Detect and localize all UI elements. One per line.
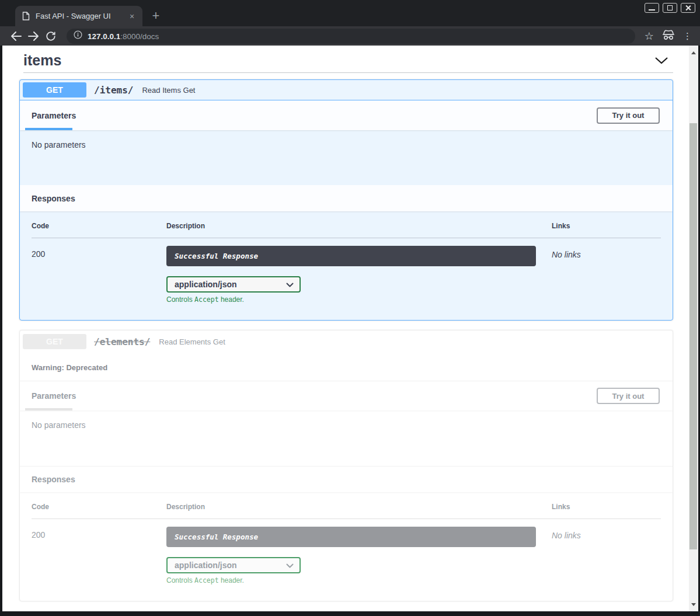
links-column-header: Links bbox=[552, 222, 661, 230]
chevron-down-icon bbox=[286, 560, 294, 570]
tab-title: Fast API - Swagger UI bbox=[36, 12, 126, 20]
browser-titlebar: Fast API - Swagger UI × + bbox=[0, 0, 700, 26]
response-links-cell: No links bbox=[552, 246, 661, 304]
endpoint-path: /elements/ bbox=[94, 336, 150, 347]
responses-table-head: Code Description Links bbox=[32, 503, 661, 519]
close-button[interactable] bbox=[681, 3, 695, 13]
description-column-header: Description bbox=[166, 222, 552, 230]
chevron-down-icon bbox=[286, 279, 294, 290]
minimize-button[interactable] bbox=[645, 3, 659, 13]
browser-tab[interactable]: Fast API - Swagger UI × bbox=[15, 6, 142, 26]
maximize-icon bbox=[667, 5, 673, 11]
parameters-header: Parameters Try it out bbox=[20, 381, 673, 410]
opblock-get-items: GET /items/ Read Items Get Parameters Tr… bbox=[19, 79, 673, 321]
response-code: 200 bbox=[32, 527, 166, 584]
media-type-select[interactable]: application/json bbox=[166, 276, 301, 293]
browser-toolbar: 127.0.0.1:8000/docs ☆ ⋮ bbox=[0, 26, 700, 46]
response-description-cell: Successful Response application/json Con… bbox=[166, 527, 552, 584]
parameters-label: Parameters bbox=[32, 111, 76, 120]
scroll-up-arrow[interactable] bbox=[689, 48, 698, 57]
responses-header: Responses bbox=[20, 185, 673, 211]
endpoint-summary[interactable]: GET /items/ Read Items Get bbox=[20, 80, 673, 100]
responses-table: Code Description Links 200 Successful Re… bbox=[20, 211, 673, 320]
response-description-box: Successful Response bbox=[166, 246, 536, 266]
code-column-header: Code bbox=[32, 503, 166, 511]
endpoint-summary-text: Read Elements Get bbox=[159, 337, 225, 346]
url-text: 127.0.0.1:8000/docs bbox=[88, 31, 159, 41]
window-frame-bottom bbox=[0, 611, 700, 616]
accept-header-hint: Controls Accept header. bbox=[166, 576, 552, 584]
new-tab-button[interactable]: + bbox=[147, 7, 165, 25]
triangle-down-icon bbox=[691, 603, 696, 606]
response-description-text: Successful Response bbox=[175, 533, 258, 541]
no-links-text: No links bbox=[552, 250, 581, 259]
tab-close-icon[interactable]: × bbox=[126, 11, 138, 22]
media-type-value: application/json bbox=[175, 280, 237, 289]
opblock-get-elements-deprecated: GET /elements/ Read Elements Get Warning… bbox=[19, 330, 673, 601]
parameters-body: No parameters bbox=[20, 410, 673, 466]
window-controls bbox=[645, 3, 695, 13]
no-parameters-text: No parameters bbox=[32, 420, 86, 430]
browser-menu-icon[interactable]: ⋮ bbox=[683, 32, 692, 40]
swagger-content: items GET /items/ Read Items Get Paramet… bbox=[2, 46, 689, 611]
incognito-icon bbox=[662, 30, 675, 43]
url-host: 127.0.0.1 bbox=[88, 32, 120, 41]
parameters-body: No parameters bbox=[20, 130, 673, 185]
browser-window: Fast API - Swagger UI × + 127.0.0.1:8000… bbox=[0, 0, 700, 616]
tag-title: items bbox=[23, 51, 61, 69]
tab-parameters[interactable]: Parameters bbox=[32, 381, 76, 410]
page-viewport: items GET /items/ Read Items Get Paramet… bbox=[2, 46, 698, 611]
try-it-out-button[interactable]: Try it out bbox=[597, 388, 660, 404]
method-badge: GET bbox=[23, 82, 86, 98]
response-row: 200 Successful Response application/json bbox=[32, 238, 661, 304]
response-description-box: Successful Response bbox=[166, 527, 536, 547]
accept-header-hint: Controls Accept header. bbox=[166, 295, 552, 304]
close-icon bbox=[685, 5, 691, 11]
no-links-text: No links bbox=[552, 531, 581, 540]
media-type-select[interactable]: application/json bbox=[166, 557, 301, 573]
url-path: :8000/docs bbox=[120, 32, 159, 41]
response-row: 200 Successful Response application/json bbox=[32, 519, 661, 584]
section-divider bbox=[23, 72, 673, 73]
deprecated-warning-row: Warning: Deprecated bbox=[20, 353, 673, 381]
responses-label: Responses bbox=[32, 194, 75, 203]
media-type-value: application/json bbox=[175, 561, 237, 570]
no-parameters-text: No parameters bbox=[32, 140, 86, 149]
responses-table-head: Code Description Links bbox=[32, 222, 661, 238]
deprecated-warning-text: Warning: Deprecated bbox=[32, 363, 107, 372]
scroll-down-arrow[interactable] bbox=[689, 600, 698, 609]
collapse-chevron-icon[interactable] bbox=[650, 57, 673, 64]
minimize-icon bbox=[649, 9, 655, 11]
maximize-button[interactable] bbox=[663, 3, 677, 13]
response-description-text: Successful Response bbox=[175, 252, 258, 260]
reload-button[interactable] bbox=[43, 29, 58, 44]
endpoint-summary[interactable]: GET /elements/ Read Elements Get bbox=[20, 330, 673, 353]
url-bar[interactable]: 127.0.0.1:8000/docs bbox=[67, 29, 635, 44]
tag-section-header[interactable]: items bbox=[23, 51, 673, 69]
document-icon bbox=[22, 12, 30, 20]
back-button[interactable] bbox=[8, 29, 23, 44]
response-code: 200 bbox=[32, 246, 166, 304]
response-links-cell: No links bbox=[552, 527, 661, 584]
tab-parameters[interactable]: Parameters bbox=[32, 100, 76, 130]
responses-label: Responses bbox=[32, 475, 75, 484]
scrollbar-thumb[interactable] bbox=[689, 123, 697, 549]
info-icon[interactable] bbox=[74, 30, 82, 41]
responses-table: Code Description Links 200 Successful Re… bbox=[20, 492, 673, 601]
vertical-scrollbar[interactable] bbox=[689, 46, 698, 611]
method-badge: GET bbox=[23, 334, 86, 349]
triangle-up-icon bbox=[691, 51, 696, 54]
links-column-header: Links bbox=[552, 503, 661, 511]
endpoint-path: /items/ bbox=[94, 85, 133, 96]
parameters-header: Parameters Try it out bbox=[20, 100, 673, 130]
response-description-cell: Successful Response application/json Con… bbox=[166, 246, 552, 304]
forward-button[interactable] bbox=[26, 29, 41, 44]
try-it-out-button[interactable]: Try it out bbox=[597, 107, 660, 124]
description-column-header: Description bbox=[166, 503, 552, 511]
parameters-label: Parameters bbox=[32, 391, 76, 401]
bookmark-star-icon[interactable]: ☆ bbox=[645, 31, 654, 41]
code-column-header: Code bbox=[32, 222, 166, 230]
toolbar-right-icons: ☆ ⋮ bbox=[645, 30, 692, 43]
responses-header: Responses bbox=[20, 466, 673, 492]
endpoint-summary-text: Read Items Get bbox=[142, 86, 195, 95]
